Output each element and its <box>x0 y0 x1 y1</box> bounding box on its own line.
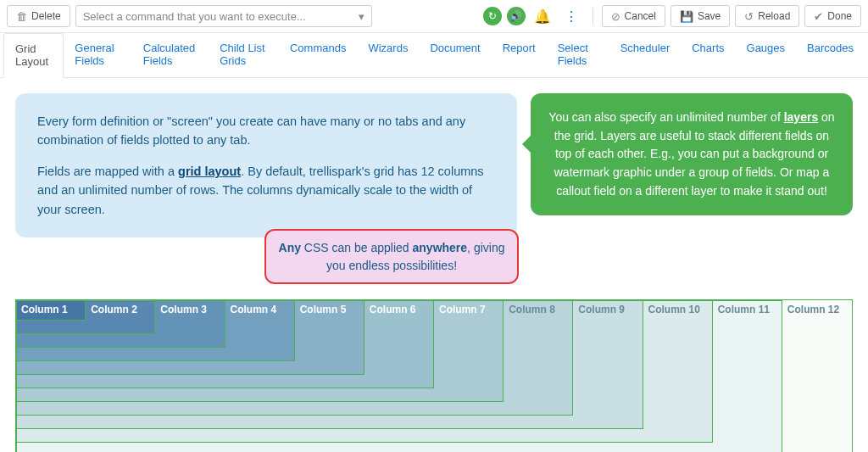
grid-demo: Column 1 Column 2 Column 3 Column 4 Colu… <box>15 299 853 452</box>
tab-grid-layout[interactable]: Grid Layout <box>3 33 64 78</box>
info-para2: Fields are mapped with a grid layout. By… <box>37 162 495 219</box>
save-label: Save <box>698 10 721 22</box>
delete-button[interactable]: 🗑 Delete <box>7 5 70 27</box>
tab-general-fields[interactable]: General Fields <box>64 33 132 77</box>
trash-icon: 🗑 <box>16 10 27 23</box>
tab-barcodes[interactable]: Barcodes <box>796 33 865 77</box>
toolbar: 🗑 Delete Select a command that you want … <box>0 0 868 33</box>
css-note-t1: CSS can be applied <box>301 241 413 254</box>
css-note-b2: anywhere <box>413 241 468 254</box>
bell-icon[interactable]: 🔔 <box>531 8 554 25</box>
col-header-8: Column 8 <box>504 300 573 319</box>
grid-layout-link[interactable]: grid layout <box>178 165 241 178</box>
cancel-button[interactable]: ⊘ Cancel <box>602 5 665 27</box>
reload-button[interactable]: ↺ Reload <box>735 5 799 27</box>
col-header-12: Column 12 <box>782 300 852 319</box>
col-header-9: Column 9 <box>573 300 643 319</box>
reload-icon: ↺ <box>744 10 754 23</box>
css-note-b1: Any <box>279 241 301 254</box>
tab-bar: Grid Layout General Fields Calculated Fi… <box>0 33 868 78</box>
col-header-7: Column 7 <box>434 300 504 319</box>
col-header-1: Column 1 <box>16 300 86 319</box>
command-placeholder: Select a command that you want to execut… <box>83 10 306 23</box>
tab-calculated-fields[interactable]: Calculated Fields <box>132 33 209 77</box>
check-icon: ✔ <box>814 10 823 23</box>
info-callout: Every form definition or "screen" you cr… <box>15 93 517 237</box>
tab-select-fields[interactable]: Select Fields <box>547 33 609 77</box>
content-area: Every form definition or "screen" you cr… <box>0 78 868 452</box>
tab-commands[interactable]: Commands <box>279 33 357 77</box>
layers-tip: You can also specify an unlimited number… <box>531 93 853 215</box>
col-header-10: Column 10 <box>643 300 712 319</box>
ban-icon: ⊘ <box>611 10 620 23</box>
info-para1: Every form definition or "screen" you cr… <box>37 112 495 150</box>
tab-scheduler[interactable]: Scheduler <box>609 33 682 77</box>
history-icon[interactable]: ↻ <box>483 7 502 25</box>
tab-child-list-grids[interactable]: Child List Grids <box>209 33 279 77</box>
cancel-label: Cancel <box>625 10 656 22</box>
tab-charts[interactable]: Charts <box>681 33 735 77</box>
tip-text-a: You can also specify an unlimited number… <box>548 110 783 124</box>
col-header-6: Column 6 <box>364 300 434 319</box>
info-para2a: Fields are mapped with a <box>37 165 178 178</box>
col-header-2: Column 2 <box>86 300 155 319</box>
layers-link[interactable]: layers <box>784 110 818 124</box>
done-label: Done <box>827 10 852 22</box>
toolbar-divider <box>593 8 593 25</box>
command-select[interactable]: Select a command that you want to execut… <box>75 5 372 27</box>
more-menu-icon[interactable]: ⋮ <box>559 8 584 25</box>
tab-document[interactable]: Document <box>419 33 491 77</box>
column-headers: Column 1 Column 2 Column 3 Column 4 Colu… <box>16 300 852 319</box>
save-icon: 💾 <box>680 10 693 23</box>
col-header-11: Column 11 <box>713 300 782 319</box>
hero-row: Every form definition or "screen" you cr… <box>15 93 853 237</box>
done-button[interactable]: ✔ Done <box>804 5 861 27</box>
tab-wizards[interactable]: Wizards <box>357 33 419 77</box>
delete-label: Delete <box>31 10 61 22</box>
col-header-4: Column 4 <box>225 300 294 319</box>
col-header-3: Column 3 <box>155 300 225 319</box>
tab-gauges[interactable]: Gauges <box>736 33 797 77</box>
caret-down-icon: ▾ <box>359 10 364 23</box>
reload-label: Reload <box>758 10 790 22</box>
save-button[interactable]: 💾 Save <box>670 5 730 27</box>
tab-report[interactable]: Report <box>492 33 547 77</box>
css-note: Any CSS can be applied anywhere, giving … <box>264 229 519 284</box>
audio-icon[interactable]: 🔊 <box>507 7 526 25</box>
col-header-5: Column 5 <box>295 300 364 319</box>
